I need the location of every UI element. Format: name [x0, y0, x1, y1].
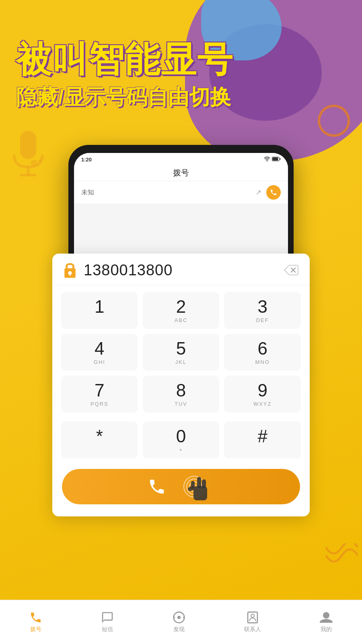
svg-rect-12: [69, 273, 71, 275]
unknown-bar: 未知 ↗: [74, 181, 288, 204]
mine-icon: [320, 611, 333, 624]
status-icons: [264, 156, 281, 163]
keypad-grid: 1 2 ABC 3 DEF 4 GHI 5 JKL 6 MNO 7 PQRS: [52, 285, 310, 419]
phone-call-mini-icon[interactable]: [266, 185, 281, 200]
nav-item-discover[interactable]: 发现: [165, 608, 193, 636]
title-area: 被叫智能显号 隐藏/显示号码自由切换: [16, 40, 346, 111]
key-8[interactable]: 8 TUV: [143, 376, 220, 413]
hand-cursor-icon: [186, 472, 214, 508]
lock-icon: [62, 261, 78, 279]
key-0[interactable]: 0 +: [143, 421, 220, 458]
wifi-icon: [264, 156, 270, 163]
svg-rect-21: [202, 479, 206, 488]
discover-icon: [173, 611, 185, 624]
dial-icon: [29, 611, 42, 624]
svg-rect-9: [280, 158, 281, 160]
dialer-number-display: 1380013800: [84, 262, 277, 279]
keypad-bottom-row: * 0 + #: [52, 419, 310, 463]
key-star[interactable]: *: [61, 421, 138, 458]
svg-point-4: [38, 159, 42, 163]
backspace-button[interactable]: [282, 261, 300, 279]
nav-item-sms[interactable]: 短信: [93, 608, 122, 636]
key-1[interactable]: 1: [61, 292, 138, 329]
screen-title-bar: 拨号: [74, 164, 288, 181]
external-link-icon: ↗: [255, 188, 261, 197]
main-title: 被叫智能显号: [16, 40, 346, 79]
key-6[interactable]: 6 MNO: [224, 334, 301, 371]
nav-item-dial[interactable]: 拨号: [21, 608, 50, 636]
key-hash[interactable]: #: [224, 421, 301, 458]
call-button[interactable]: [62, 469, 300, 504]
svg-rect-20: [197, 477, 201, 488]
nav-label-discover: 发现: [173, 626, 185, 633]
key-2[interactable]: 2 ABC: [143, 292, 220, 329]
svg-point-3: [31, 160, 37, 166]
nav-label-contacts: 联系人: [244, 626, 261, 633]
sms-icon: [101, 611, 114, 624]
key-4[interactable]: 4 GHI: [61, 334, 138, 371]
fingerprint-hand-container: [178, 472, 214, 501]
screen-title: 拨号: [173, 168, 189, 177]
svg-point-5: [43, 157, 45, 159]
sub-title: 隐藏/显示号码自由切换: [16, 83, 346, 111]
contacts-icon: [246, 611, 259, 624]
nav-item-mine[interactable]: 我的: [312, 608, 341, 636]
key-7[interactable]: 7 PQRS: [61, 376, 138, 413]
nav-label-dial: 拨号: [30, 626, 41, 633]
battery-icon: [272, 157, 281, 162]
key-5[interactable]: 5 JKL: [143, 334, 220, 371]
svg-point-6: [267, 161, 267, 161]
svg-rect-8: [273, 157, 278, 161]
key-3[interactable]: 3 DEF: [224, 292, 301, 329]
svg-point-27: [183, 617, 185, 618]
svg-point-26: [173, 617, 175, 618]
phone-time: 1:20: [81, 157, 92, 163]
svg-point-25: [177, 616, 181, 619]
svg-rect-0: [20, 131, 36, 159]
wave-decoration: [322, 543, 358, 572]
svg-point-29: [251, 614, 254, 617]
dialer-number-row: 1380013800: [52, 254, 310, 285]
call-button-row: [52, 463, 310, 507]
unknown-label: 未知: [81, 188, 94, 197]
key-9[interactable]: 9 WXYZ: [224, 376, 301, 413]
status-bar: 1:20: [74, 153, 288, 164]
svg-rect-19: [193, 486, 207, 500]
dialer-panel: 1380013800 1 2 ABC 3 DEF 4 GHI: [52, 254, 310, 516]
nav-label-mine: 我的: [321, 626, 332, 633]
call-phone-icon: [148, 477, 166, 496]
mic-decoration: [8, 129, 48, 181]
nav-item-contacts[interactable]: 联系人: [236, 608, 269, 636]
bottom-nav: 拨号 短信 发现 联系人 我的: [0, 600, 362, 644]
nav-label-sms: 短信: [102, 626, 113, 633]
